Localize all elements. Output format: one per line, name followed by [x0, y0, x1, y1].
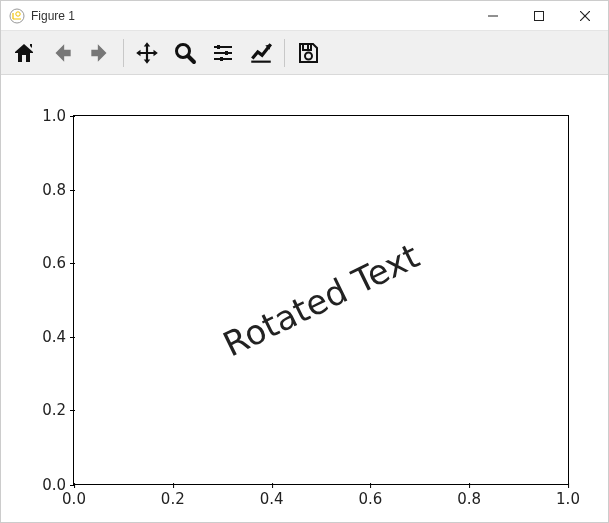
forward-button[interactable]: [83, 36, 117, 70]
y-tick-label: 0.8: [42, 181, 74, 199]
move-icon: [134, 40, 160, 66]
svg-rect-3: [535, 11, 544, 20]
arrow-right-icon: [87, 40, 113, 66]
y-tick-label: 1.0: [42, 107, 74, 125]
app-window: Figure 1: [0, 0, 609, 523]
y-tick-label: 0.2: [42, 401, 74, 419]
y-tick-label: 0.6: [42, 254, 74, 272]
svg-rect-11: [225, 51, 228, 55]
configure-subplots-button[interactable]: [206, 36, 240, 70]
x-tick-label: 0.6: [358, 484, 382, 508]
svg-rect-10: [217, 45, 220, 49]
x-tick-label: 0.8: [457, 484, 481, 508]
save-icon: [296, 41, 320, 65]
chart-line-icon: [248, 40, 274, 66]
sliders-icon: [211, 41, 235, 65]
maximize-button[interactable]: [516, 1, 562, 31]
toolbar: [1, 31, 608, 75]
plot-annotation: Rotated Text: [217, 235, 426, 364]
minimize-button[interactable]: [470, 1, 516, 31]
window-title: Figure 1: [31, 9, 75, 23]
app-icon: [9, 8, 25, 24]
save-button[interactable]: [291, 36, 325, 70]
home-button[interactable]: [7, 36, 41, 70]
back-button[interactable]: [45, 36, 79, 70]
magnify-icon: [173, 41, 197, 65]
toolbar-separator: [123, 39, 124, 67]
pan-button[interactable]: [130, 36, 164, 70]
home-icon: [12, 41, 36, 65]
plot-axes: Rotated Text 0.0 0.2 0.4 0.6 0.8 1.0 0.0…: [73, 115, 569, 485]
edit-axes-button[interactable]: [244, 36, 278, 70]
x-tick-label: 0.2: [161, 484, 185, 508]
svg-rect-14: [307, 45, 309, 49]
svg-point-15: [305, 52, 312, 59]
close-button[interactable]: [562, 1, 608, 31]
x-tick-label: 0.0: [62, 484, 86, 508]
titlebar: Figure 1: [1, 1, 608, 31]
figure-canvas[interactable]: Rotated Text 0.0 0.2 0.4 0.6 0.8 1.0 0.0…: [1, 75, 608, 522]
zoom-button[interactable]: [168, 36, 202, 70]
arrow-left-icon: [49, 40, 75, 66]
x-tick-label: 0.4: [260, 484, 284, 508]
x-tick-label: 1.0: [556, 484, 580, 508]
svg-rect-12: [220, 57, 223, 61]
y-tick-label: 0.4: [42, 328, 74, 346]
toolbar-separator: [284, 39, 285, 67]
